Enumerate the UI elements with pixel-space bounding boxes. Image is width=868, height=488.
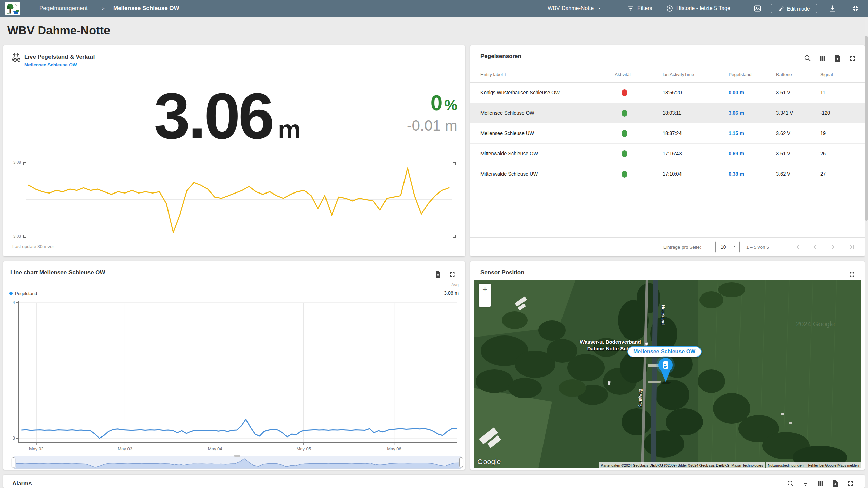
navbar: WBV Pegelmanagement > Mellensee Schleuse… (0, 0, 868, 17)
legend-label: Pegelstand (15, 291, 37, 296)
activity-status-dot (622, 130, 627, 137)
dashboard-state-label: WBV Dahme-Notte (548, 5, 594, 12)
terms-link[interactable]: Nutzungsbedingungen (766, 462, 805, 468)
export-file-icon[interactable] (831, 480, 840, 488)
plot-corner (23, 235, 26, 238)
wbv-logo[interactable]: WBV (5, 2, 20, 15)
image-gallery-button[interactable] (753, 0, 762, 17)
x-axis-tick-label: May 02 (23, 446, 50, 451)
search-icon[interactable] (787, 480, 795, 488)
timewindow-label: Historie - letzte 5 Tage (676, 5, 730, 12)
scrollbar-thumb[interactable] (865, 36, 868, 221)
column-entity-label[interactable]: Entity label ↑ (480, 72, 507, 77)
image-icon (753, 4, 762, 13)
chart-navigator-preview (14, 456, 461, 469)
line-chart-plot[interactable] (16, 301, 459, 447)
delta-absolute: -0.01 m (407, 117, 457, 134)
page-range-label: 1 – 5 von 5 (746, 245, 769, 250)
page-size-select[interactable]: 10 (715, 241, 740, 253)
wbv-logo-image: WBV (6, 2, 20, 15)
columns-icon[interactable] (818, 54, 827, 62)
x-axis-tick-label: May 04 (201, 446, 229, 451)
report-error-link[interactable]: Fehler bei Google Maps melden (806, 462, 861, 468)
export-file-icon[interactable] (833, 54, 842, 62)
fullscreen-icon[interactable] (449, 271, 457, 279)
fullscreen-icon[interactable] (848, 271, 856, 279)
dashboard-state-select[interactable]: WBV Dahme-Notte (548, 0, 602, 17)
table-row[interactable]: Königs Wusterhausen Schleuse OW18:56:200… (470, 83, 865, 103)
export-dashboard-button[interactable] (829, 0, 837, 17)
navigator-right-handle[interactable] (459, 457, 463, 467)
pegelstand-link[interactable]: 1.15 m (729, 130, 744, 136)
first-page-icon[interactable] (793, 243, 801, 251)
signal-value: 11 (820, 90, 825, 95)
signal-value: 19 (820, 130, 826, 136)
fullscreen-icon[interactable] (846, 480, 854, 488)
timewindow-button[interactable]: Historie - letzte 5 Tage (666, 0, 730, 17)
column-level[interactable]: Pegelstand (729, 72, 752, 77)
google-map[interactable]: + − Wasser-u. Bodenverband Dahme-Notte S… (474, 280, 861, 468)
aggregation-header: Avg (451, 282, 459, 287)
battery-value: 3.341 V (776, 110, 793, 116)
page-size-label: Einträge pro Seite: (663, 245, 701, 250)
search-icon[interactable] (804, 54, 812, 62)
map-card-title: Sensor Position (480, 269, 524, 276)
filters-button[interactable]: Filters (627, 0, 652, 17)
download-icon (829, 4, 837, 13)
column-signal[interactable]: Signal (820, 72, 833, 77)
battery-value: 3.61 V (776, 90, 790, 95)
pegelstand-link[interactable]: 0.69 m (729, 151, 744, 156)
google-logo[interactable]: Google (477, 458, 501, 466)
table-header-row: Entity label ↑ Aktivität lastActivityTim… (470, 67, 865, 83)
last-page-icon[interactable] (848, 243, 856, 251)
last-activity-time: 18:56:20 (663, 90, 682, 95)
legend-item-pegelstand[interactable]: Pegelstand (9, 291, 37, 296)
breadcrumb-root[interactable]: Pegelmanagement (39, 0, 88, 17)
pegelstand-link[interactable]: 0.00 m (729, 90, 744, 95)
column-battery[interactable]: Batterie (776, 72, 792, 77)
map-attribution: Kartendaten ©2024 GeoBasis-DE/BKG (©2009… (599, 462, 861, 468)
page-size-value: 10 (721, 244, 729, 250)
prev-page-icon[interactable] (811, 243, 819, 251)
export-file-icon[interactable] (434, 271, 442, 279)
live-card-title: Live Pegelstand & Verlauf (24, 54, 95, 60)
table-row[interactable]: Mellensee Schleuse UW18:37:241.15 m3.62 … (470, 123, 865, 144)
exit-fullscreen-button[interactable] (852, 0, 860, 17)
next-page-icon[interactable] (829, 243, 837, 251)
table-row[interactable]: Mittenwalde Schleuse UW17:10:040.38 m3.6… (470, 164, 865, 184)
alarms-card-title: Alarms (12, 480, 32, 487)
water-level-icon (11, 52, 21, 64)
navigator-drag-handle[interactable] (234, 455, 240, 457)
pegelstand-link[interactable]: 0.38 m (729, 171, 744, 177)
table-row[interactable]: Mellensee Schleuse OW18:03:113.06 m3.341… (470, 103, 865, 123)
activity-status-dot (622, 89, 627, 96)
battery-value: 3.62 V (776, 171, 790, 177)
page-title: WBV Dahme-Notte (7, 24, 110, 37)
breadcrumb-separator: > (102, 0, 105, 17)
svg-text:WBV: WBV (7, 12, 11, 14)
edit-mode-label: Edit mode (787, 6, 810, 12)
sparkline-chart (26, 165, 452, 235)
activity-status-dot (622, 150, 627, 157)
filter-list-icon[interactable] (802, 480, 810, 488)
column-last-activity[interactable]: lastActivityTime (663, 72, 694, 77)
edit-mode-button[interactable]: Edit mode (771, 3, 817, 14)
last-activity-time: 18:37:24 (663, 130, 682, 136)
map-poi-dot[interactable] (645, 342, 648, 346)
zoom-in-button[interactable]: + (479, 284, 491, 295)
fullscreen-icon[interactable] (848, 54, 856, 62)
entity-label: Mittenwalde Schleuse OW (480, 151, 538, 156)
live-card-entity-link[interactable]: Mellensee Schleuse OW (24, 62, 77, 67)
page-scrollbar[interactable] (865, 17, 868, 488)
signal-value: 27 (820, 171, 826, 177)
columns-icon[interactable] (816, 480, 825, 488)
column-activity[interactable]: Aktivität (615, 72, 631, 77)
navigator-left-handle[interactable] (12, 457, 15, 467)
zoom-out-button[interactable]: − (479, 295, 491, 307)
fullscreen-exit-icon (852, 4, 860, 13)
spark-y-min-label: 3.03 (7, 234, 21, 239)
pegelstand-link[interactable]: 3.06 m (729, 110, 744, 116)
sensor-map-pin[interactable] (652, 353, 679, 387)
table-row[interactable]: Mittenwalde Schleuse OW17:16:430.69 m3.6… (470, 144, 865, 164)
entity-label: Mellensee Schleuse OW (480, 110, 534, 116)
